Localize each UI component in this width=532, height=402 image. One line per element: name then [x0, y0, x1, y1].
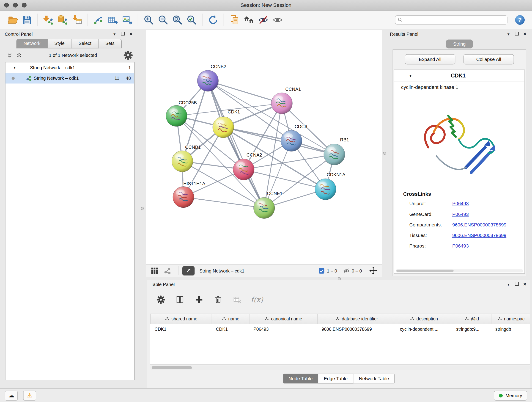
float-panel-icon[interactable] [513, 30, 521, 38]
network-canvas[interactable]: CCNB2CCNA1CDC25BCDK1CDC6RB1CCNB1CCNA2CDK… [146, 30, 382, 264]
network-row[interactable]: String Network – cdk1 11 48 [6, 73, 134, 83]
protein-header-row[interactable]: ▼ CDK1 [394, 70, 525, 82]
table-row[interactable]: CDK1CDK1P064939606.ENSP00000378699cyclin… [151, 324, 530, 334]
network-label: String Network – cdk1 [34, 76, 79, 81]
tab-style[interactable]: Style [48, 39, 72, 49]
column-header[interactable]: shared name [151, 314, 212, 324]
table-cell[interactable]: stringdb:9... [452, 324, 491, 334]
close-panel-icon[interactable]: × [521, 280, 529, 288]
zoom-out-icon[interactable] [156, 13, 170, 27]
hide-graphics-details-icon[interactable] [256, 13, 270, 27]
column-header[interactable]: description [396, 314, 452, 324]
selected-count-group: 1 – 0 [318, 268, 337, 274]
insert-column-icon[interactable] [175, 294, 186, 305]
tab-string[interactable]: String [446, 40, 473, 49]
tab-sets[interactable]: Sets [99, 39, 122, 49]
toolbar-separator [38, 14, 38, 26]
apply-layout-icon[interactable] [206, 13, 220, 27]
right-splitter-handle[interactable] [383, 152, 386, 155]
collapse-section-icon[interactable]: ▼ [409, 74, 412, 78]
import-table-icon[interactable] [70, 13, 84, 27]
gear-icon[interactable] [155, 294, 166, 305]
network-collection-count: 1 [128, 65, 131, 70]
expand-all-button[interactable]: Expand All [405, 54, 455, 65]
table-cell[interactable]: CDK1 [151, 324, 212, 334]
column-header[interactable]: canonical name [249, 314, 317, 324]
show-graphics-details-icon[interactable] [270, 13, 285, 27]
selected-checkbox-icon[interactable] [318, 268, 325, 274]
table-cell[interactable]: cyclin-dependent ... [396, 324, 452, 334]
fit-content-crosshair-icon[interactable] [368, 266, 379, 276]
tab-select[interactable]: Select [72, 39, 99, 49]
crosslink-link[interactable]: 9606.ENSP00000378699 [452, 232, 506, 238]
crosslink-link[interactable]: 9606.ENSP00000378699 [452, 222, 506, 227]
export-image-icon[interactable] [120, 13, 134, 27]
tab-network[interactable]: Network [16, 39, 47, 49]
tab-edge-table[interactable]: Edge Table [318, 374, 354, 383]
collapse-all-button[interactable]: Collapse All [463, 54, 514, 65]
open-session-icon[interactable] [6, 13, 20, 27]
cloud-icon[interactable]: ☁ [5, 390, 18, 400]
import-network-from-file-icon[interactable] [41, 13, 56, 27]
gear-icon[interactable] [123, 51, 133, 60]
horizontal-scrollbar[interactable] [396, 269, 523, 272]
crosslink-link[interactable]: P06493 [452, 211, 469, 217]
scrollbar-thumb[interactable] [152, 366, 192, 369]
tab-node-table[interactable]: Node Table [283, 374, 318, 383]
table-toolbar: f(x) [151, 291, 263, 308]
network-collection-row[interactable]: ▼ String Network – cdk1 1 [6, 62, 134, 73]
float-panel-icon[interactable] [119, 30, 127, 38]
left-splitter-handle[interactable] [141, 207, 144, 210]
zoom-fit-icon[interactable] [170, 13, 184, 27]
collapse-all-icon[interactable] [6, 52, 13, 59]
open-in-window-button[interactable] [182, 266, 195, 275]
column-type-icon [336, 316, 340, 322]
table-horizontal-scrollbar[interactable] [150, 366, 530, 370]
column-header[interactable]: database identifier [317, 314, 396, 324]
zoom-selected-icon[interactable] [184, 13, 199, 27]
panel-menu-icon[interactable]: ▾ [505, 30, 513, 38]
panel-menu-icon[interactable]: ▾ [505, 280, 513, 288]
table-cell[interactable]: CDK1 [212, 324, 249, 334]
close-panel-icon[interactable]: × [521, 30, 529, 38]
column-header[interactable]: name [212, 314, 249, 324]
expand-all-icon[interactable] [16, 52, 22, 59]
crosslink-link[interactable]: P06493 [452, 201, 469, 206]
delete-icon[interactable] [213, 294, 224, 305]
zoom-in-icon[interactable] [141, 13, 156, 27]
search-input[interactable] [395, 15, 507, 24]
hidden-eye-icon[interactable] [343, 268, 350, 274]
float-panel-icon[interactable] [513, 280, 521, 288]
table-cell[interactable]: 9606.ENSP00000378699 [317, 324, 396, 334]
network-status-dot [12, 77, 15, 80]
new-network-from-selection-icon[interactable] [91, 13, 106, 27]
import-network-from-database-icon[interactable] [56, 13, 70, 27]
cybrowser-icon[interactable] [242, 13, 256, 27]
help-icon[interactable]: ? [514, 14, 525, 25]
crosslink-link[interactable]: P06493 [452, 243, 469, 249]
copy-document-icon[interactable] [227, 13, 241, 27]
memory-button[interactable]: Memory [494, 390, 527, 400]
warning-icon[interactable]: ⚠ [23, 390, 36, 400]
network-collection-label: String Network – cdk1 [30, 65, 75, 70]
network-share-icon[interactable] [162, 266, 172, 276]
scrollbar-thumb[interactable] [396, 270, 454, 272]
column-header[interactable]: @id [452, 314, 491, 324]
tab-network-table[interactable]: Network Table [353, 374, 395, 383]
save-session-icon[interactable] [20, 13, 34, 27]
crosslink-row: Compartments:9606.ENSP00000378699 [394, 219, 525, 230]
control-panel-tabs: NetworkStyleSelectSets [16, 39, 122, 49]
tree-expander-icon[interactable]: ▼ [13, 66, 18, 70]
column-header[interactable]: namespac [491, 314, 530, 324]
network-graph[interactable]: CCNB2CCNA1CDC25BCDK1CDC6RB1CCNB1CCNA2CDK… [146, 30, 382, 264]
close-panel-icon[interactable]: × [127, 30, 135, 38]
add-row-icon[interactable] [194, 294, 205, 305]
panel-menu-icon[interactable]: ▾ [110, 30, 119, 38]
export-table-icon[interactable] [106, 13, 120, 27]
bottom-splitter-handle[interactable] [338, 277, 341, 280]
table-cell[interactable]: P06493 [249, 324, 317, 334]
column-header-label: canonical name [271, 316, 302, 321]
toolbar-separator [178, 266, 179, 275]
birdseye-grid-icon[interactable] [149, 266, 160, 276]
table-cell[interactable]: stringdb [491, 324, 530, 334]
